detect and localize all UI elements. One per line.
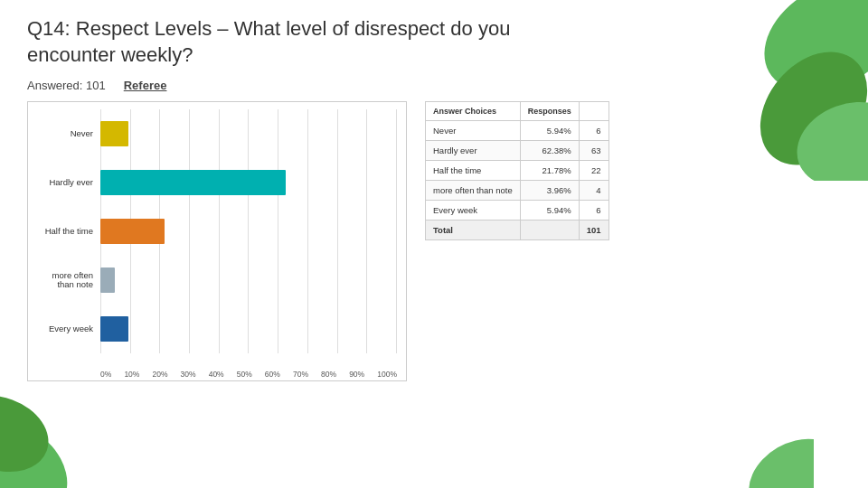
total-count: 101 (579, 221, 609, 240)
bar-half (100, 215, 397, 248)
table-row: Never 5.94% 6 (426, 121, 609, 141)
col-header-count (579, 102, 609, 121)
bar-never (100, 117, 397, 150)
table-row: Every week 5.94% 6 (426, 201, 609, 221)
bar-hardly (100, 166, 397, 199)
col-header-answer: Answer Choices (426, 102, 521, 121)
y-label-never: Never (28, 117, 99, 150)
table-row: more often than note 3.96% 4 (426, 181, 609, 201)
pct-cell: 21.78% (520, 161, 579, 181)
count-cell: 22 (579, 161, 609, 181)
answered-label: Answered: 101 (27, 79, 106, 92)
table-row: Half the time 21.78% 22 (426, 161, 609, 181)
y-axis-labels: Never Hardly ever Half the time more oft… (28, 109, 99, 353)
bar-more (100, 264, 397, 296)
bars-area (100, 109, 397, 353)
total-row: Total 101 (426, 221, 609, 240)
answer-cell: Every week (426, 201, 521, 221)
table-row: Hardly ever 62.38% 63 (426, 141, 609, 161)
leaf-decoration-bottom-right (723, 380, 814, 488)
y-label-more: more oftenthan note (28, 264, 99, 296)
count-cell: 4 (579, 181, 609, 201)
count-cell: 6 (579, 201, 609, 221)
y-label-hardly: Hardly ever (28, 166, 99, 199)
total-pct (520, 221, 579, 240)
y-label-half: Half the time (28, 215, 99, 248)
answer-cell: Half the time (426, 161, 521, 181)
bar-every (100, 313, 397, 345)
count-cell: 6 (579, 121, 609, 141)
pct-cell: 5.94% (520, 201, 579, 221)
answer-cell: Hardly ever (426, 141, 521, 161)
x-axis-labels: 0% 10% 20% 30% 40% 50% 60% 70% 80% 90% 1… (100, 370, 397, 379)
y-label-every: Every week (28, 313, 99, 345)
pct-cell: 62.38% (520, 141, 579, 161)
pct-cell: 5.94% (520, 121, 579, 141)
answer-cell: more often than note (426, 181, 521, 201)
filter-label: Referee (124, 79, 167, 92)
response-table: Answer Choices Responses Never 5.94% 6 H… (425, 101, 609, 240)
pct-cell: 3.96% (520, 181, 579, 201)
count-cell: 63 (579, 141, 609, 161)
total-label: Total (426, 221, 521, 240)
bar-chart: Never Hardly ever Half the time more oft… (27, 101, 407, 381)
answer-cell: Never (426, 121, 521, 141)
page-title: Q14: Respect Levels – What level of disr… (27, 16, 841, 68)
svg-point-5 (734, 423, 814, 488)
col-header-responses: Responses (520, 102, 579, 121)
